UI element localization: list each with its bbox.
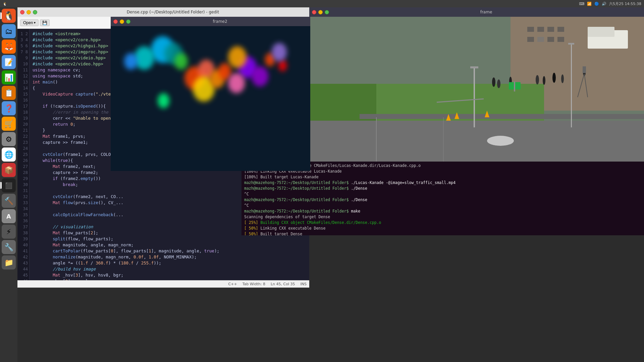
svg-rect-34 — [583, 66, 586, 73]
terminal-line-13: [ 50%] Built target Dense — [244, 231, 641, 235]
svg-rect-4 — [537, 27, 544, 32]
svg-point-23 — [492, 77, 495, 87]
keyboard-indicator: ⌨ — [579, 2, 584, 6]
svg-point-35 — [487, 136, 514, 146]
launcher-icon-misc2[interactable]: 📁 — [2, 255, 16, 269]
gedit-statusbar: C++ Tab Width: 8 Ln 45, Col 35 INS — [17, 280, 309, 288]
launcher-icon-misc1[interactable]: 🔧 — [2, 240, 16, 254]
launcher-icon-font[interactable]: A — [2, 209, 16, 223]
launcher-icon-software[interactable]: 📦 — [2, 163, 16, 177]
frame2-window: frame2 — [111, 17, 310, 171]
svg-point-24 — [497, 79, 500, 88]
terminal-line-3: [100%] Built target Lucas-Kanade — [244, 174, 641, 180]
launcher-icon-files[interactable]: 🗂 — [2, 24, 16, 38]
bluetooth-icon: 🔵 — [594, 2, 599, 6]
frame2-maximize-button[interactable] — [126, 19, 130, 24]
terminal-line-7: mazh@mazehong-7572:~/Desktop/Untitled Fo… — [244, 197, 641, 203]
frame-close-button[interactable] — [312, 10, 316, 14]
lang-indicator[interactable]: C++ — [228, 282, 237, 286]
svg-rect-20 — [568, 43, 574, 45]
svg-rect-6 — [557, 27, 564, 32]
svg-point-27 — [543, 76, 545, 85]
frame2-canvas — [111, 26, 310, 171]
svg-rect-18 — [470, 66, 478, 68]
gedit-titlebar: Dense.cpp (~/Desktop/Untitled Folder) - … — [17, 7, 309, 17]
launcher-icon-terminal[interactable]: ⬛ — [2, 178, 16, 192]
terminal-line-6: ^C — [244, 191, 641, 197]
frame2-minimize-button[interactable] — [120, 19, 124, 24]
save-button[interactable]: 💾 — [40, 19, 50, 26]
terminal-line-5: mazh@mazehong-7572:~/Desktop/Untitled Fo… — [244, 186, 641, 191]
frame2-title: frame2 — [132, 19, 308, 24]
launcher-icon-chrome[interactable]: 🌐 — [2, 147, 16, 162]
svg-rect-10 — [557, 37, 564, 42]
launcher-icon-control[interactable]: ⚡ — [2, 225, 16, 239]
tab-width-indicator[interactable]: Tab Width: 8 — [243, 282, 265, 286]
svg-rect-40 — [514, 81, 515, 92]
terminal-line-11: [ 25%] Building CXX object CMakeFiles/De… — [244, 220, 641, 226]
wifi-icon: 📶 — [587, 2, 592, 6]
svg-rect-5 — [547, 27, 554, 32]
launcher-icon-firefox[interactable]: 🦊 — [2, 40, 16, 54]
volume-icon: 🔊 — [602, 2, 606, 6]
frame-canvas — [309, 17, 644, 162]
datetime: 六5月25 14:55:38 — [609, 1, 641, 6]
system-bar: 🐧 ⌨ 📶 🔵 🔊 六5月25 14:55:38 — [0, 0, 644, 7]
terminal-line-9: mazh@mazehong-7572:~/Desktop/Untitled Fo… — [244, 208, 641, 214]
svg-rect-17 — [474, 67, 475, 127]
svg-rect-19 — [571, 44, 572, 127]
launcher-icon-settings[interactable]: ⚙ — [2, 132, 16, 146]
frame-minimize-button[interactable] — [318, 10, 323, 14]
system-bar-right: ⌨ 📶 🔵 🔊 六5月25 14:55:38 — [579, 1, 641, 6]
svg-rect-8 — [537, 37, 544, 42]
line-numbers: 1 2 3 4 5 6 7 8 9 10 11 12 13 14 15 16 1… — [17, 29, 30, 280]
svg-point-28 — [552, 73, 556, 83]
frame2-close-button[interactable] — [113, 19, 118, 24]
svg-rect-9 — [547, 37, 554, 42]
frame2-titlebar: frame2 — [111, 17, 310, 26]
gedit-minimize-button[interactable] — [26, 10, 31, 14]
svg-rect-14 — [360, 114, 644, 119]
insert-mode: INS — [301, 282, 307, 286]
frame-window: frame — [309, 7, 644, 162]
launcher-icon-help[interactable]: ❓ — [2, 101, 16, 115]
terminal-content[interactable]: [100%] Linking CXX executable CMakeFiles… — [241, 162, 644, 235]
terminal-line-12: [ 50%] Linking CXX executable Dense — [244, 226, 641, 231]
svg-rect-22 — [588, 27, 614, 37]
svg-rect-13 — [309, 121, 644, 162]
launcher-icon-presentations[interactable]: 📋 — [2, 86, 16, 100]
launcher-icon-spreadsheet[interactable]: 📊 — [2, 70, 16, 84]
frame-titlebar: frame — [309, 7, 644, 17]
gedit-title: Dense.cpp (~/Desktop/Untitled Folder) - … — [39, 10, 307, 14]
launcher-icon-ubuntu[interactable]: 🐧 — [2, 9, 16, 23]
terminal-line-4: mazh@mazehong-7572:~/Desktop/Untitled Fo… — [244, 180, 641, 186]
launcher-icon-amazon[interactable]: 🛒 — [2, 117, 16, 131]
terminal-window[interactable]: [100%] Linking CXX executable CMakeFiles… — [241, 162, 644, 235]
open-label: Open — [23, 20, 33, 25]
open-dropdown-icon[interactable]: ▾ — [34, 21, 36, 24]
street-scene-svg — [309, 17, 644, 162]
launcher: 🐧 🗂 🦊 📝 📊 📋 ❓ 🛒 ⚙ 🌐 📦 ⬛ 🔨 A ⚡ 🔧 📁 — [0, 7, 17, 362]
svg-point-29 — [561, 74, 564, 83]
gedit-maximize-button[interactable] — [33, 10, 37, 14]
svg-point-26 — [536, 75, 539, 84]
svg-rect-7 — [527, 37, 534, 42]
terminal-line-8: ^C — [244, 203, 641, 208]
frame-maximize-button[interactable] — [325, 10, 329, 14]
svg-rect-3 — [527, 27, 534, 32]
open-button[interactable]: Open ▾ — [20, 19, 39, 26]
launcher-icon-build[interactable]: 🔨 — [2, 194, 16, 208]
system-bar-left: 🐧 — [3, 2, 7, 6]
terminal-line-10: Scanning dependencies of target Dense — [244, 214, 641, 220]
frame-title: frame — [331, 10, 641, 14]
ubuntu-logo[interactable]: 🐧 — [3, 2, 7, 6]
launcher-icon-text-editor[interactable]: 📝 — [2, 55, 16, 69]
cursor-position: Ln 45, Col 35 — [271, 282, 295, 286]
gedit-close-button[interactable] — [20, 10, 24, 14]
